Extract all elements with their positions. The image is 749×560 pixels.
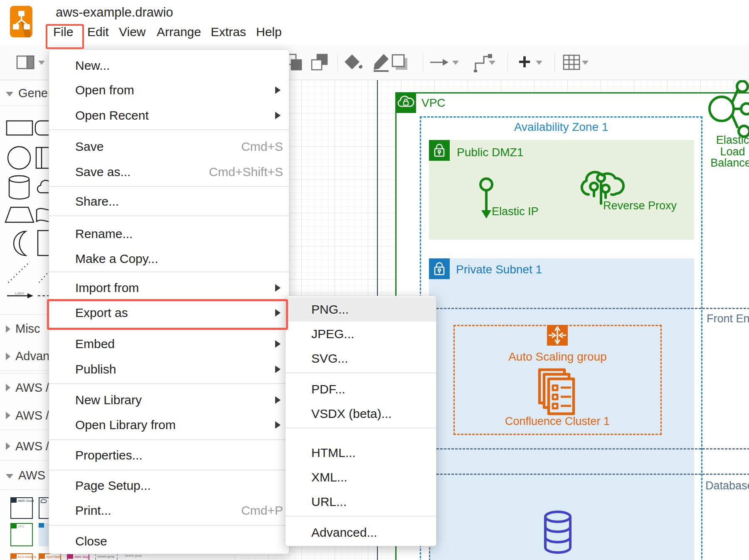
file-menu: New... Open from Open Recent SaveCmd+S S… xyxy=(49,49,289,554)
databases-container[interactable] xyxy=(429,474,749,560)
palette-thumb-vpc[interactable]: VPC xyxy=(10,523,33,546)
shape-trapezoid[interactable] xyxy=(4,206,35,224)
elastic-ip-label: Elastic IP xyxy=(492,205,539,218)
menubar-edit[interactable]: Edit xyxy=(87,25,109,39)
palette-thumb-spot-fleet[interactable]: Spot Fleet xyxy=(39,553,61,560)
submenu-arrow-icon xyxy=(275,309,281,317)
drawio-logo xyxy=(10,6,32,37)
shape-dotted-line[interactable] xyxy=(6,259,32,285)
aws-cloud-badge-icon xyxy=(11,498,17,503)
thumb-label: EC2 instance xyxy=(18,555,37,559)
menu-separator xyxy=(286,516,436,516)
menu-item-properties[interactable]: Properties... xyxy=(49,443,289,468)
menu-separator xyxy=(49,186,289,187)
menubar-file[interactable]: File xyxy=(53,25,73,39)
chevron-down-icon[interactable] xyxy=(489,61,495,65)
submenu-arrow-icon xyxy=(275,112,281,119)
shape-rectangle[interactable] xyxy=(5,120,34,136)
line-color-icon[interactable] xyxy=(371,52,391,72)
ec2-badge-icon xyxy=(11,554,17,559)
chevron-right-icon xyxy=(6,384,10,391)
format-panel-icon[interactable] xyxy=(16,52,36,72)
chevron-down-icon[interactable] xyxy=(452,61,459,65)
menubar-arrange[interactable]: Arrange xyxy=(157,25,201,39)
thumb-label: AWS Cloud xyxy=(18,499,34,503)
toolbar-separator xyxy=(554,53,555,71)
palette-thumb-ec2[interactable]: EC2 instance xyxy=(10,553,33,560)
elastic-load-balancer-icon[interactable] xyxy=(705,80,749,142)
menu-item-new[interactable]: New... xyxy=(49,53,289,78)
menu-separator xyxy=(49,470,289,470)
shape-crescent[interactable] xyxy=(9,230,31,257)
shadow-icon[interactable] xyxy=(390,52,410,72)
menu-item-close[interactable]: Close xyxy=(49,529,289,554)
sidebar-section-label: Misc xyxy=(15,322,40,336)
submenu-arrow-icon xyxy=(275,421,281,429)
public-dmz-badge xyxy=(429,140,450,161)
private-subnet-badge xyxy=(429,258,450,279)
menu-item-open-library-from[interactable]: Open Library from xyxy=(49,413,289,437)
menu-item-rename[interactable]: Rename... xyxy=(49,221,289,246)
table-icon[interactable] xyxy=(562,52,581,72)
document-title: aws-example.drawio xyxy=(56,5,173,20)
menu-item-open-from[interactable]: Open from xyxy=(49,78,289,103)
databases-label: Databases xyxy=(705,479,749,492)
chevron-down-icon[interactable] xyxy=(38,61,45,65)
confluence-cluster-icon[interactable] xyxy=(538,368,578,415)
menu-item-save-as[interactable]: Save as...Cmd+Shift+S xyxy=(49,160,289,184)
submenu-item-url[interactable]: URL... xyxy=(286,489,436,514)
submenu-item-xml[interactable]: XML... xyxy=(286,465,436,489)
submenu-item-advanced[interactable]: Advanced... xyxy=(286,520,436,545)
drawio-app: VPC Availability Zone 1 Public DMZ1 xyxy=(0,0,749,560)
menu-item-save[interactable]: SaveCmd+S xyxy=(49,134,289,159)
vpc-cloud-lock-icon xyxy=(395,92,416,113)
chevron-down-icon[interactable] xyxy=(536,61,542,65)
public-dmz-label: Public DMZ1 xyxy=(457,146,523,159)
menu-item-import-from[interactable]: Import from xyxy=(49,275,289,300)
connection-arrow-icon[interactable] xyxy=(429,52,449,72)
fill-color-icon[interactable] xyxy=(343,52,363,72)
menu-item-new-library[interactable]: New Library xyxy=(49,388,289,413)
shape-arrow-with-label[interactable]: Label xyxy=(6,289,34,300)
chevron-down-icon xyxy=(6,92,13,96)
menu-item-open-recent[interactable]: Open Recent xyxy=(49,103,289,128)
vpc-badge-icon xyxy=(11,524,17,528)
menubar-help[interactable]: Help xyxy=(256,25,282,39)
palette-thumb-aws-cloud[interactable]: AWS Cloud xyxy=(10,497,33,519)
palette-thumb-generic-group[interactable]: Generic group xyxy=(95,553,118,560)
shape-ellipse[interactable] xyxy=(7,145,32,170)
send-backward-icon[interactable] xyxy=(310,52,330,72)
thumb-label: AWS Step xyxy=(74,555,89,559)
submenu-arrow-icon xyxy=(275,86,281,94)
submenu-item-vsdx[interactable]: VSDX (beta)... xyxy=(286,401,436,426)
menu-item-share[interactable]: Share... xyxy=(49,189,289,214)
menubar-view[interactable]: View xyxy=(119,25,145,39)
aws-step-badge-icon xyxy=(68,554,73,559)
submenu-arrow-icon xyxy=(275,396,281,404)
menu-item-page-setup[interactable]: Page Setup... xyxy=(49,473,289,498)
chevron-right-icon xyxy=(6,325,10,333)
menu-item-publish[interactable]: Publish xyxy=(49,357,289,382)
reverse-proxy-label: Reverse Proxy xyxy=(603,199,677,212)
insert-icon[interactable]: + xyxy=(515,52,535,72)
shape-cylinder[interactable] xyxy=(7,174,31,200)
app-header: aws-example.drawio File Edit View Arrang… xyxy=(0,0,749,45)
chevron-down-icon[interactable] xyxy=(582,61,589,65)
menu-item-print[interactable]: Print...Cmd+P xyxy=(49,498,289,523)
submenu-item-png[interactable]: PNG... xyxy=(286,297,436,322)
menu-item-export-as[interactable]: Export as xyxy=(49,300,289,325)
database-icon[interactable] xyxy=(543,510,573,555)
submenu-item-jpeg[interactable]: JPEG... xyxy=(286,322,436,346)
vpc-label: VPC xyxy=(421,96,446,110)
submenu-item-html[interactable]: HTML... xyxy=(286,440,436,465)
menubar-extras[interactable]: Extras xyxy=(211,25,246,39)
palette-thumb-generic-group-2[interactable]: Generic group xyxy=(123,553,146,560)
palette-thumb-aws-step[interactable]: AWS Step xyxy=(67,553,89,560)
menu-separator xyxy=(49,383,289,384)
submenu-item-pdf[interactable]: PDF... xyxy=(286,377,436,401)
submenu-arrow-icon xyxy=(275,340,281,348)
elastic-load-balancer-label: Elastic Load Balancer xyxy=(702,135,749,169)
menu-item-embed[interactable]: Embed xyxy=(49,332,289,356)
menu-item-make-a-copy[interactable]: Make a Copy... xyxy=(49,246,289,271)
submenu-item-svg[interactable]: SVG... xyxy=(286,346,436,371)
